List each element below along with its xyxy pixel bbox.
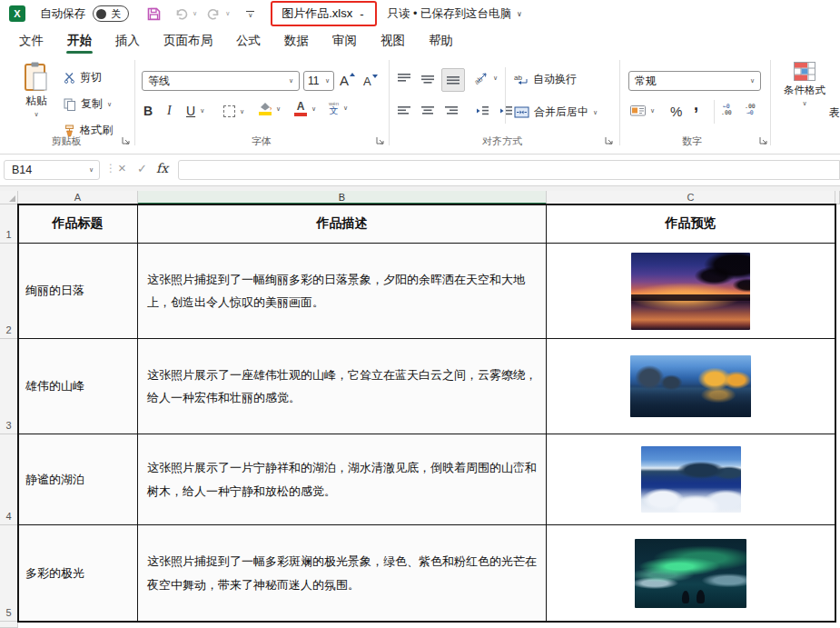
column-header-a[interactable]: A bbox=[18, 191, 138, 204]
paste-button[interactable]: 粘贴 ∨ bbox=[15, 62, 58, 118]
undo-button[interactable] bbox=[173, 7, 189, 21]
autosave-label: 自动保存 bbox=[40, 6, 85, 22]
merge-center-button[interactable]: 合并后居中 ∨ bbox=[514, 105, 598, 120]
select-all-corner[interactable] bbox=[0, 191, 18, 204]
tab-review[interactable]: 审阅 bbox=[321, 27, 369, 55]
clipboard-dialog-launcher[interactable] bbox=[122, 136, 130, 145]
fill-color-button[interactable]: ∨ bbox=[258, 102, 281, 115]
cancel-button[interactable]: × bbox=[118, 160, 126, 175]
cell-c4-preview[interactable] bbox=[547, 434, 835, 525]
align-top-button[interactable] bbox=[398, 73, 411, 85]
cell-c1-preview-header[interactable]: 作品预览 bbox=[547, 204, 835, 244]
format-as-table-partial-label[interactable]: 表 bbox=[829, 105, 840, 121]
paste-label: 粘贴 bbox=[25, 94, 47, 109]
increase-indent-icon bbox=[499, 105, 513, 116]
cell-a3-title[interactable]: 雄伟的山峰 bbox=[18, 339, 138, 434]
formula-input[interactable] bbox=[178, 160, 840, 180]
row-header-4[interactable]: 4 bbox=[0, 434, 18, 525]
tab-view[interactable]: 视图 bbox=[369, 27, 417, 55]
align-left-button[interactable] bbox=[398, 105, 411, 116]
align-middle-button[interactable] bbox=[421, 73, 435, 85]
save-button[interactable] bbox=[147, 7, 161, 21]
cell-c3-preview[interactable] bbox=[547, 339, 835, 434]
font-dialog-launcher[interactable] bbox=[376, 136, 384, 145]
svg-text:ab: ab bbox=[514, 74, 522, 82]
redo-dropdown-chevron[interactable]: ∨ bbox=[225, 10, 230, 17]
cell-a1-title-header[interactable]: 作品标题 bbox=[18, 204, 138, 244]
cell-b1-description-header[interactable]: 作品描述 bbox=[138, 204, 547, 244]
undo-icon bbox=[173, 7, 189, 21]
align-right-button[interactable] bbox=[445, 105, 459, 116]
row-header-5[interactable]: 5 bbox=[0, 525, 18, 622]
sunset-photo[interactable] bbox=[631, 253, 750, 330]
status-chevron-icon[interactable]: ∨ bbox=[517, 10, 522, 18]
column-header-c[interactable]: C bbox=[547, 191, 835, 204]
cell-b3-description[interactable]: 这张照片展示了一座雄伟壮观的山峰，它耸立在蓝天白云之间，云雾缭绕，给人一种宏伟和… bbox=[138, 339, 547, 434]
row-header-1[interactable]: 1 bbox=[0, 204, 18, 244]
lake-photo[interactable] bbox=[641, 446, 741, 513]
phonetic-bottom-text: 文 bbox=[330, 106, 339, 115]
underline-button[interactable]: U ∨ bbox=[186, 104, 204, 118]
quick-access-toolbar-button[interactable]: ∨ bbox=[246, 11, 254, 17]
filename-annotation-box[interactable]: 图片作品.xlsx - bbox=[271, 1, 376, 26]
cell-c5-preview[interactable] bbox=[547, 525, 835, 622]
undo-dropdown-chevron[interactable]: ∨ bbox=[193, 10, 197, 17]
cell-b2-description[interactable]: 这张照片捕捉到了一幅绚丽多彩的日落景象，夕阳的余晖洒在天空和大地上，创造出令人惊… bbox=[138, 244, 547, 339]
ribbon: 粘贴 ∨ 剪切 复制 ∨ 格式刷 bbox=[0, 55, 840, 155]
excel-logo-icon: X bbox=[9, 5, 25, 22]
enter-button[interactable]: ✓ bbox=[137, 162, 147, 175]
number-dialog-launcher[interactable] bbox=[759, 136, 767, 145]
mountain-photo[interactable] bbox=[630, 355, 751, 417]
percent-style-button[interactable]: % bbox=[670, 104, 682, 119]
conditional-formatting-button[interactable]: 条件格式 ∨ bbox=[776, 62, 834, 107]
decrease-decimal-button[interactable]: .00 →0 bbox=[745, 104, 756, 115]
phonetic-guide-button[interactable]: wén 文 ∨ bbox=[329, 101, 348, 115]
row-header-3[interactable]: 3 bbox=[0, 339, 18, 434]
cell-a5-title[interactable]: 多彩的极光 bbox=[18, 525, 138, 622]
decrease-font-button[interactable]: A bbox=[363, 75, 378, 88]
cut-button[interactable]: 剪切 bbox=[64, 70, 102, 85]
copy-icon bbox=[64, 98, 76, 111]
name-box[interactable]: B14 ∨ bbox=[4, 160, 100, 180]
cell-a2-title[interactable]: 绚丽的日落 bbox=[18, 244, 138, 339]
borders-icon bbox=[223, 105, 235, 117]
alignment-dialog-launcher[interactable] bbox=[605, 136, 613, 145]
cell-c2-preview[interactable] bbox=[547, 244, 835, 339]
cell-a4-title[interactable]: 静谧的湖泊 bbox=[18, 434, 138, 525]
align-right-icon bbox=[445, 105, 459, 116]
tab-data[interactable]: 数据 bbox=[272, 27, 321, 55]
tab-home[interactable]: 开始 bbox=[55, 27, 104, 55]
cell-b4-description[interactable]: 这张照片展示了一片宁静祥和的湖泊，湖水清澈见底，倒映着周围的山峦和树木，给人一种… bbox=[138, 434, 547, 525]
increase-decimal-button[interactable]: ←0 .00 bbox=[721, 104, 732, 115]
align-center-button[interactable] bbox=[421, 105, 435, 116]
autosave-toggle[interactable]: 关 bbox=[93, 5, 129, 22]
tab-help[interactable]: 帮助 bbox=[417, 27, 465, 55]
tab-formulas[interactable]: 公式 bbox=[224, 27, 272, 55]
increase-indent-button[interactable] bbox=[499, 105, 513, 116]
redo-button[interactable] bbox=[206, 7, 222, 21]
align-bottom-button[interactable] bbox=[441, 68, 465, 92]
font-color-button[interactable]: A ∨ bbox=[294, 102, 316, 116]
decrease-indent-button[interactable] bbox=[476, 105, 489, 116]
tab-page-layout[interactable]: 页面布局 bbox=[152, 27, 224, 55]
column-header-b[interactable]: B bbox=[138, 191, 547, 204]
insert-function-button[interactable]: fx bbox=[156, 161, 168, 175]
font-size-combo[interactable]: 11 ∨ bbox=[303, 71, 334, 91]
accounting-format-button[interactable]: ∨ bbox=[630, 105, 655, 116]
tab-file[interactable]: 文件 bbox=[7, 27, 55, 55]
document-status[interactable]: 只读 • 已保存到这台电脑 bbox=[388, 6, 511, 22]
number-format-combo[interactable]: 常规 ∨ bbox=[628, 71, 761, 91]
aurora-photo[interactable] bbox=[635, 539, 746, 608]
cell-b5-description[interactable]: 这张照片捕捉到了一幅多彩斑斓的极光景象，绿色、紫色和粉红色的光芒在夜空中舞动，带… bbox=[138, 525, 547, 622]
orientation-button[interactable]: ab ∨ bbox=[474, 71, 498, 85]
increase-font-button[interactable]: A bbox=[340, 73, 355, 88]
borders-button[interactable]: ∨ bbox=[223, 105, 244, 117]
copy-button[interactable]: 复制 ∨ bbox=[64, 96, 112, 112]
font-name-combo[interactable]: 等线 ∨ bbox=[142, 71, 300, 91]
italic-button[interactable]: I bbox=[167, 104, 172, 118]
comma-style-button[interactable]: , bbox=[694, 100, 698, 109]
wrap-text-button[interactable]: ab 自动换行 bbox=[514, 72, 577, 87]
tab-insert[interactable]: 插入 bbox=[104, 27, 152, 55]
row-header-2[interactable]: 2 bbox=[0, 244, 18, 339]
bold-button[interactable]: B bbox=[143, 104, 153, 118]
